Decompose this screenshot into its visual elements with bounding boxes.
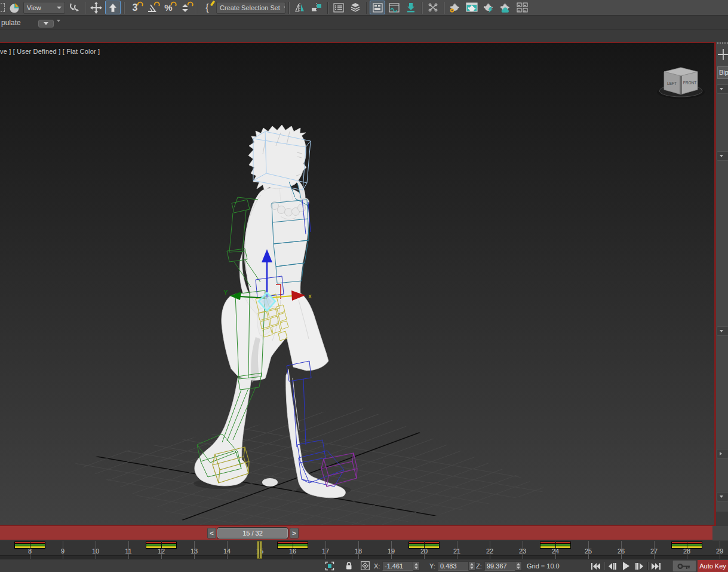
reference-coordinate-system-dropdown[interactable]: View — [23, 2, 65, 14]
schematic-nodes-icon — [428, 2, 438, 13]
previous-frame-step-button[interactable] — [606, 561, 618, 571]
y-spinner[interactable] — [469, 561, 475, 571]
rendered-frame-icon — [466, 2, 478, 13]
edit-named-selection-sets-button[interactable]: { — [199, 1, 215, 14]
z-coordinate-input[interactable] — [484, 561, 515, 571]
rollout-header[interactable] — [717, 492, 728, 501]
y-coordinate-input[interactable] — [438, 561, 469, 571]
z-coordinate-label: Z: — [476, 562, 482, 570]
track-bar[interactable]: 8910111213141516171819202122232425262728… — [0, 541, 728, 559]
selection-set-text: Create Selection Set — [220, 4, 280, 11]
chevron-down-icon — [720, 88, 723, 90]
keyframe-marker[interactable] — [277, 542, 308, 549]
render-setup-button[interactable] — [447, 1, 463, 14]
ribbon-grid-icon — [373, 3, 383, 13]
ribbon-options-dropdown[interactable] — [57, 22, 60, 33]
next-frame-step-button[interactable] — [634, 561, 646, 571]
schematic-view-button[interactable] — [425, 1, 441, 14]
keyframe-marker[interactable] — [14, 542, 45, 549]
angle-snap-toggle-button[interactable] — [144, 1, 159, 14]
playback-separator — [604, 562, 604, 570]
percent-snap-toggle-button[interactable]: % — [161, 1, 176, 14]
render-in-cloud-button[interactable] — [497, 1, 513, 14]
selection-region-icon[interactable] — [1, 3, 5, 12]
z-spinner[interactable] — [515, 561, 522, 571]
align-button[interactable] — [309, 1, 324, 14]
command-panel-edge: Bip — [714, 42, 728, 526]
chevron-down-icon — [720, 495, 723, 498]
curve-editor-button[interactable] — [386, 1, 402, 14]
isolate-selection-icon[interactable] — [325, 561, 334, 571]
toolbar-separator — [124, 2, 124, 14]
rollout-header[interactable] — [717, 449, 728, 458]
set-keys-button[interactable] — [672, 560, 696, 572]
frame-number-label: 9 — [51, 547, 75, 555]
align-icon — [311, 3, 322, 13]
origin-marker-dot — [262, 478, 278, 487]
character-left-leg — [195, 378, 251, 486]
curve-editor-icon — [389, 3, 400, 13]
ribbon-toggle-button[interactable] — [370, 1, 385, 14]
plus-icon[interactable] — [717, 48, 728, 61]
select-object-button[interactable] — [105, 1, 121, 14]
snap-hook-icon — [137, 1, 143, 7]
mirror-button[interactable] — [292, 1, 308, 14]
chevron-down-icon — [57, 20, 60, 32]
auto-key-toggle[interactable]: Auto Key — [698, 560, 728, 572]
render-production-button[interactable] — [481, 1, 496, 14]
frame-number-label: 22 — [478, 547, 502, 555]
selection-lock-icon[interactable] — [345, 561, 353, 570]
chevron-down-icon — [57, 7, 62, 9]
mirror-icon — [294, 3, 305, 13]
toolbar-separator — [444, 2, 444, 14]
time-slider-handle[interactable]: 15 / 32 — [217, 528, 288, 539]
time-slider-track[interactable]: < 15 / 32 > — [0, 526, 712, 540]
key-icon — [677, 562, 692, 570]
brace-glyph: { — [205, 3, 208, 13]
keyframe-marker[interactable] — [540, 542, 571, 549]
go-to-start-button[interactable] — [590, 561, 602, 571]
playback-separator — [647, 562, 648, 570]
keyframe-marker[interactable] — [408, 542, 440, 549]
x-coordinate-input[interactable] — [382, 561, 413, 571]
ribbon-tab-populate[interactable]: pulate — [1, 19, 21, 27]
keyframe-marker[interactable] — [146, 542, 177, 549]
download-arrow-icon — [406, 2, 416, 13]
ribbon-display-toggle[interactable] — [38, 20, 54, 27]
panel-bottom-area — [716, 512, 728, 526]
viewcube[interactable]: LEFT FRONT — [657, 68, 705, 99]
use-pivot-point-center-button[interactable] — [66, 1, 82, 14]
layer-explorer-button[interactable] — [331, 1, 346, 14]
rollout-header[interactable] — [717, 84, 728, 94]
y-coordinate-field-group — [438, 561, 475, 571]
select-and-place-button[interactable] — [7, 1, 22, 14]
rendered-frame-window-button[interactable] — [464, 1, 480, 14]
viewcube-left-label: LEFT — [667, 81, 677, 85]
keyframe-marker[interactable] — [671, 542, 702, 549]
rollout-header[interactable] — [717, 151, 728, 161]
ribbon-divider — [0, 29, 728, 30]
select-and-move-button[interactable] — [88, 1, 104, 14]
viewport-label[interactable]: ve ] [ User Defined ] [ Flat Color ] — [0, 48, 100, 55]
absolute-offset-toggle-icon[interactable] — [361, 561, 370, 570]
spinner-snap-toggle-button[interactable] — [177, 1, 193, 14]
toolbar-separator — [327, 2, 328, 14]
go-to-end-button[interactable] — [650, 561, 662, 571]
material-editor-button[interactable] — [403, 1, 419, 14]
frame-number-label: 13 — [182, 547, 206, 555]
snaps-toggle-button[interactable]: 3 — [127, 1, 143, 14]
next-frame-button[interactable]: > — [290, 528, 299, 539]
x-spinner[interactable] — [413, 561, 420, 571]
perspective-viewport[interactable]: Y x LEFT FRONT ve ] [ User Defined ] — [0, 42, 714, 526]
frame-number-label: 18 — [346, 547, 370, 555]
snap-hook-icon — [187, 1, 193, 7]
play-animation-button[interactable] — [620, 561, 632, 571]
previous-frame-button[interactable]: < — [207, 528, 216, 539]
panel-grip-dots[interactable] — [717, 42, 728, 44]
object-name-field[interactable]: Bip — [717, 66, 728, 79]
scene-explorer-button[interactable] — [348, 1, 363, 14]
current-frame-marker[interactable] — [257, 541, 262, 559]
asset-library-button[interactable] — [514, 1, 530, 14]
rollout-header[interactable] — [717, 326, 728, 336]
named-selection-sets-field[interactable]: Create Selection Set — [216, 2, 285, 14]
